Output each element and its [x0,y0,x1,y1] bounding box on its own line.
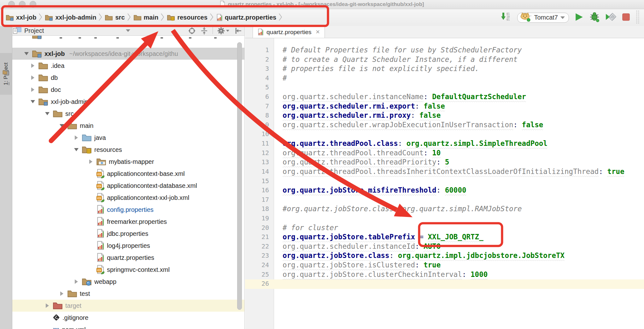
tree-item-test[interactable]: test [12,288,245,300]
code-line-20[interactable]: # for cluster [283,223,644,233]
code-line-6[interactable]: org.quartz.scheduler.instanceName: Defau… [283,92,644,102]
project-tree-scrollbar[interactable] [237,42,242,310]
code-line-19[interactable] [283,214,644,223]
code-line-11[interactable]: org.quartz.threadPool.class: org.quartz.… [283,139,644,148]
tool-window-icon[interactable] [2,69,10,78]
update-application-icon[interactable]: 011001 [501,12,512,24]
run-configuration-select[interactable]: Tomcat7 [517,13,569,23]
properties-file-icon [216,14,223,22]
tree-item-freemarker.properties[interactable]: freemarker.properties [12,216,245,228]
code-line-22[interactable]: org.quartz.scheduler.instanceId: AUTO [283,242,644,251]
breadcrumb-item-main[interactable]: main [133,14,159,21]
tree-item-mybatis-mapper[interactable]: mybatis-mapper [12,156,245,168]
code-line-8[interactable]: org.quartz.scheduler.rmi.proxy: false [283,111,644,120]
left-tool-strip: 1: Project [0,26,12,329]
chevron-collapsed-icon[interactable] [27,63,38,68]
chevron-expanded-icon[interactable] [21,52,32,55]
tree-item-config.properties[interactable]: config.properties [12,204,245,216]
breadcrumb-item-resources[interactable]: resources [167,14,208,21]
chevron-collapsed-icon[interactable] [85,159,96,164]
token-sep: : [411,111,419,119]
chevron-expanded-icon[interactable] [27,100,38,103]
chevron-collapsed-icon[interactable] [71,279,82,284]
code-line-4[interactable]: # [283,74,644,83]
debug-button[interactable] [589,12,600,23]
tree-item-xxl-job-admin[interactable]: xxl-job-admin [12,96,245,108]
tree-item-.idea[interactable]: .idea [12,60,245,72]
breadcrumb-item-quartz.properties[interactable]: quartz.properties [216,14,276,22]
code-line-2[interactable]: # to create a Quartz Scheduler Instance,… [283,55,644,64]
chevron-collapsed-icon[interactable] [56,291,67,296]
tree-item-java[interactable]: java [12,132,245,144]
window-close-button[interactable] [8,1,15,8]
tree-item-applicationcontext-base.xml[interactable]: <>applicationcontext-base.xml [12,168,245,180]
code-line-15[interactable] [283,176,644,186]
tree-item-db[interactable]: db [12,72,245,84]
tree-item-quartz.properties[interactable]: quartz.properties [12,252,245,264]
tree-item-jdbc.properties[interactable]: jdbc.properties [12,228,245,240]
locate-icon[interactable] [188,27,196,35]
code-line-21[interactable]: org.quartz.jobStore.tablePrefix = XXL_JO… [283,232,644,242]
chevron-expanded-icon[interactable] [71,148,82,151]
tomcat-icon [520,12,531,23]
code-line-13[interactable]: org.quartz.threadPool.threadPriority: 5 [283,158,644,167]
panel-divider[interactable] [244,26,245,329]
breadcrumb-item-xxl-job[interactable]: xxl-job [6,14,36,21]
tree-item-webapp[interactable]: webapp [12,276,245,288]
chevron-collapsed-icon[interactable] [27,87,38,92]
breadcrumb-item-xxl-job-admin[interactable]: xxl-job-admin [45,14,96,21]
hide-panel-icon[interactable] [234,27,242,35]
line-number: 3 [245,64,269,74]
tree-item-main[interactable]: main [12,120,245,132]
stop-button[interactable] [622,13,630,22]
code-line-7[interactable]: org.quartz.scheduler.rmi.export: false [283,102,644,111]
tree-item-doc[interactable]: doc [12,84,245,96]
code-line-5[interactable] [283,83,644,92]
tree-item-applicationcontext-database.xml[interactable]: <>applicationcontext-database.xml [12,180,245,192]
code-line-26[interactable] [283,279,644,289]
code-line-9[interactable]: org.quartz.scheduler.wrapJobExecutionInU… [283,120,644,130]
run-toolbar: 011001 Tomcat7 [501,9,640,26]
folder-icon [67,121,77,130]
tree-item-target[interactable]: target [12,300,245,312]
chevron-collapsed-icon[interactable] [42,303,53,308]
code-content[interactable]: # Default Properties file for use by Std… [283,38,644,289]
tree-item-src[interactable]: src [12,108,245,120]
code-line-17[interactable] [283,195,644,205]
code-line-24[interactable]: org.quartz.jobStore.isClustered: true [283,260,644,270]
code-line-18[interactable]: #org.quartz.jobStore.class: org.quartz.s… [283,204,644,214]
code-line-3[interactable]: # properties file is not explicitly spec… [283,64,644,74]
close-tab-icon[interactable]: ✕ [316,29,320,35]
run-button[interactable] [575,13,583,23]
tree-item-resources[interactable]: resources [12,144,245,156]
tree-item-log4j.properties[interactable]: log4j.properties [12,240,245,252]
toolbar-drag-handle[interactable] [636,10,640,26]
tree-item-applicationcontext-xxl-job.xml[interactable]: <>applicationcontext-xxl-job.xml [12,192,245,204]
code-line-16[interactable]: org.quartz.jobStore.misfireThreshold: 60… [283,186,644,195]
spring-xml-icon: <> [96,169,104,179]
code-line-14[interactable]: org.quartz.threadPool.threadsInheritCont… [283,167,644,176]
code-line-12[interactable]: org.quartz.threadPool.threadCount: 10 [283,148,644,158]
collapse-all-icon[interactable] [200,27,208,35]
tree-item-.gitignore[interactable]: .gitignore [12,312,245,324]
chevron-expanded-icon[interactable] [42,112,53,115]
tree-item-springmvc-context.xml[interactable]: <>springmvc-context.xml [12,264,245,276]
editor-body[interactable]: 1234567891011121314151617181920212223242… [245,38,644,329]
chevron-collapsed-icon[interactable] [71,135,82,140]
editor-tab-quartz-properties[interactable]: quartz.properties ✕ [253,26,325,38]
window-zoom-button[interactable] [30,1,36,8]
chevron-collapsed-icon[interactable] [27,75,38,80]
code-line-25[interactable]: org.quartz.jobStore.clusterCheckinInterv… [283,270,644,279]
breadcrumb-item-src[interactable]: src [105,14,125,21]
code-line-1[interactable]: # Default Properties file for use by Std… [283,45,644,55]
code-line-23[interactable]: org.quartz.jobStore.class: org.quartz.im… [283,251,644,260]
window-minimize-button[interactable] [19,1,26,8]
run-with-coverage-button[interactable] [606,13,616,23]
chevron-expanded-icon[interactable] [56,124,67,127]
tree-item-pom.xml[interactable]: mpom.xml [12,324,245,329]
settings-icon[interactable] [217,27,230,35]
code-line-10[interactable] [283,129,644,139]
view-mode-chevron-icon[interactable] [126,29,130,32]
tree-item-xxl-job[interactable]: xxl-job~/workspaces/idea-git-workspace/g… [12,48,245,60]
project-tree[interactable]: xxl-job~/workspaces/idea-git-workspace/g… [12,36,245,329]
